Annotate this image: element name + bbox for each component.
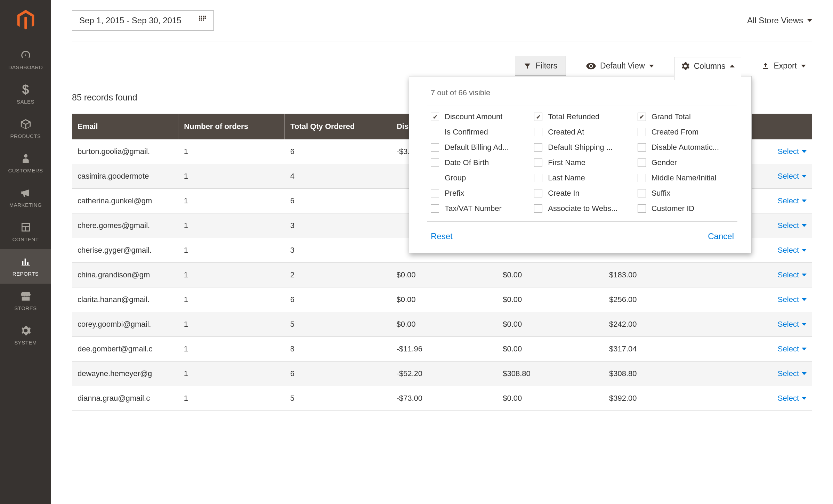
cell-refunded: $0.00 <box>497 287 604 312</box>
column-option[interactable]: Date Of Birth <box>431 158 527 167</box>
checkbox-icon[interactable] <box>431 113 439 121</box>
column-option[interactable]: Group <box>431 173 527 182</box>
columns-visibility-count: 7 out of 66 visible <box>431 88 734 97</box>
table-row: corey.goombi@gmail.15$0.00$0.00$242.00Se… <box>72 312 812 337</box>
checkbox-icon[interactable] <box>638 174 646 182</box>
row-action-select[interactable]: Select <box>715 270 807 279</box>
column-option-label: Middle Name/Initial <box>652 173 717 182</box>
col-header-email[interactable]: Email <box>72 114 178 139</box>
row-action-select[interactable]: Select <box>715 295 807 304</box>
column-option[interactable]: Created At <box>534 128 630 137</box>
checkbox-icon[interactable] <box>534 143 542 152</box>
cell-email: corey.goombi@gmail. <box>72 312 178 337</box>
nav-dashboard[interactable]: DASHBOARD <box>0 43 51 77</box>
chevron-down-icon <box>802 298 807 301</box>
cell-grand: $308.80 <box>604 361 710 386</box>
nav-label: MARKETING <box>0 202 51 208</box>
cancel-columns-link[interactable]: Cancel <box>708 231 734 241</box>
checkbox-icon[interactable] <box>431 204 439 213</box>
cell-actions: Select <box>710 312 812 337</box>
nav-label: DASHBOARD <box>0 64 51 70</box>
column-option-label: Created From <box>652 128 699 137</box>
checkbox-icon[interactable] <box>638 113 646 121</box>
checkbox-icon[interactable] <box>638 143 646 152</box>
table-row: china.grandison@gm12$0.00$0.00$183.00Sel… <box>72 263 812 287</box>
cell-email: cherise.gyger@gmail. <box>72 238 178 263</box>
column-option[interactable]: Is Confirmed <box>431 128 527 137</box>
column-option[interactable]: Disable Automatic... <box>638 143 734 152</box>
person-icon <box>0 152 51 165</box>
nav-system[interactable]: SYSTEM <box>0 318 51 352</box>
checkbox-icon[interactable] <box>534 174 542 182</box>
checkbox-icon[interactable] <box>638 128 646 136</box>
column-option[interactable]: Grand Total <box>638 112 734 121</box>
nav-reports[interactable]: REPORTS <box>0 249 51 284</box>
checkbox-icon[interactable] <box>638 189 646 197</box>
col-header-qty[interactable]: Total Qty Ordered <box>285 114 391 139</box>
row-action-select[interactable]: Select <box>715 320 807 329</box>
nav-content[interactable]: CONTENT <box>0 215 51 249</box>
svg-rect-3 <box>204 16 206 17</box>
checkbox-icon[interactable] <box>431 174 439 182</box>
checkbox-icon[interactable] <box>534 158 542 167</box>
nav-marketing[interactable]: MARKETING <box>0 180 51 215</box>
column-option[interactable]: Created From <box>638 128 734 137</box>
cell-orders: 1 <box>178 386 285 411</box>
svg-rect-5 <box>201 18 202 19</box>
column-option[interactable]: First Name <box>534 158 630 167</box>
nav-products[interactable]: PRODUCTS <box>0 112 51 146</box>
col-header-orders[interactable]: Number of orders <box>178 114 285 139</box>
checkbox-icon[interactable] <box>431 189 439 197</box>
view-bookmark-selector[interactable]: Default View <box>580 57 660 75</box>
column-option[interactable]: Discount Amount <box>431 112 527 121</box>
column-option[interactable]: Associate to Webs... <box>534 204 630 213</box>
row-action-select[interactable]: Select <box>715 344 807 353</box>
columns-button[interactable]: Columns <box>674 57 741 80</box>
column-option[interactable]: Create In <box>534 189 630 198</box>
cell-actions: Select <box>710 386 812 411</box>
nav-stores[interactable]: STORES <box>0 284 51 318</box>
nav-sales[interactable]: $ SALES <box>0 77 51 112</box>
checkbox-icon[interactable] <box>534 189 542 197</box>
column-option[interactable]: Gender <box>638 158 734 167</box>
cell-grand: $317.04 <box>604 337 710 361</box>
column-option-label: Associate to Webs... <box>548 204 617 213</box>
column-option[interactable]: Default Billing Ad... <box>431 143 527 152</box>
checkbox-icon[interactable] <box>431 143 439 152</box>
cell-discount: $0.00 <box>391 287 497 312</box>
column-option[interactable]: Total Refunded <box>534 112 630 121</box>
row-action-select[interactable]: Select <box>715 369 807 378</box>
column-option[interactable]: Last Name <box>534 173 630 182</box>
svg-rect-4 <box>199 18 200 19</box>
cell-refunded: $0.00 <box>497 263 604 287</box>
filters-button[interactable]: Filters <box>515 56 566 76</box>
column-option[interactable]: Default Shipping ... <box>534 143 630 152</box>
checkbox-icon[interactable] <box>431 158 439 167</box>
row-action-select[interactable]: Select <box>715 394 807 403</box>
date-range-picker[interactable]: Sep 1, 2015 - Sep 30, 2015 <box>72 10 214 31</box>
cell-qty: 3 <box>285 213 391 238</box>
checkbox-icon[interactable] <box>638 204 646 213</box>
column-option[interactable]: Customer ID <box>638 204 734 213</box>
column-option[interactable]: Suffix <box>638 189 734 198</box>
reset-columns-link[interactable]: Reset <box>431 231 453 241</box>
export-icon <box>761 62 770 70</box>
checkbox-icon[interactable] <box>638 158 646 167</box>
column-option-label: Disable Automatic... <box>652 143 719 152</box>
magento-logo[interactable] <box>16 0 35 43</box>
column-option[interactable]: Tax/VAT Number <box>431 204 527 213</box>
store-scope-selector[interactable]: All Store Views <box>747 16 812 25</box>
export-button[interactable]: Export <box>755 57 812 75</box>
nav-label: STORES <box>0 305 51 311</box>
checkbox-icon[interactable] <box>534 128 542 136</box>
column-option-label: First Name <box>548 158 585 167</box>
checkbox-icon[interactable] <box>534 204 542 213</box>
checkbox-icon[interactable] <box>431 128 439 136</box>
chevron-up-icon <box>730 65 735 67</box>
checkbox-icon[interactable] <box>534 113 542 121</box>
column-option[interactable]: Prefix <box>431 189 527 198</box>
column-option[interactable]: Middle Name/Initial <box>638 173 734 182</box>
cell-discount: -$11.96 <box>391 337 497 361</box>
nav-customers[interactable]: CUSTOMERS <box>0 146 51 180</box>
cell-orders: 1 <box>178 337 285 361</box>
